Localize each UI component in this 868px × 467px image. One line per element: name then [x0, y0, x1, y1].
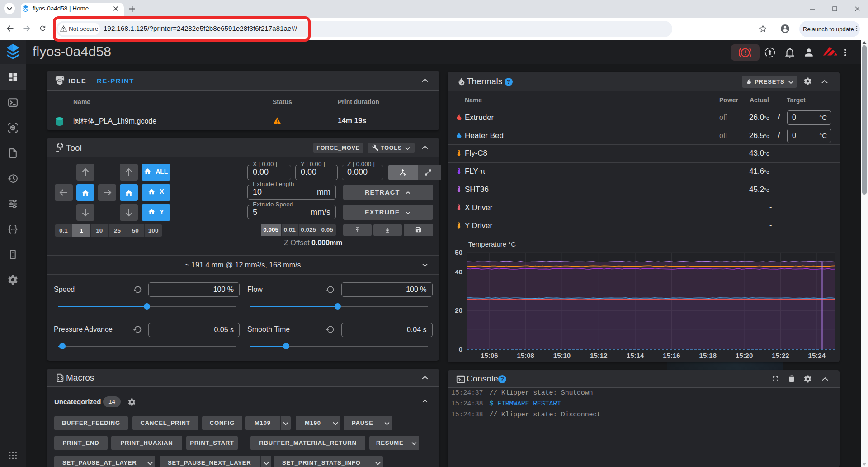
- svg-text:Temperature °C: Temperature °C: [468, 240, 516, 248]
- svg-text:15:14: 15:14: [627, 352, 644, 359]
- svg-text:15:16: 15:16: [663, 352, 680, 359]
- svg-text:15:10: 15:10: [553, 352, 571, 359]
- svg-text:15:06: 15:06: [481, 352, 498, 359]
- svg-text:15:18: 15:18: [699, 352, 717, 359]
- svg-text:0: 0: [459, 345, 462, 353]
- svg-text:15:24: 15:24: [808, 352, 826, 359]
- svg-text:50: 50: [455, 248, 462, 256]
- svg-text:40: 40: [455, 268, 462, 276]
- svg-text:20: 20: [455, 306, 462, 314]
- svg-text:15:08: 15:08: [517, 352, 534, 359]
- svg-text:15:12: 15:12: [590, 352, 607, 359]
- svg-text:15:22: 15:22: [772, 352, 789, 359]
- svg-text:15:20: 15:20: [736, 352, 753, 359]
